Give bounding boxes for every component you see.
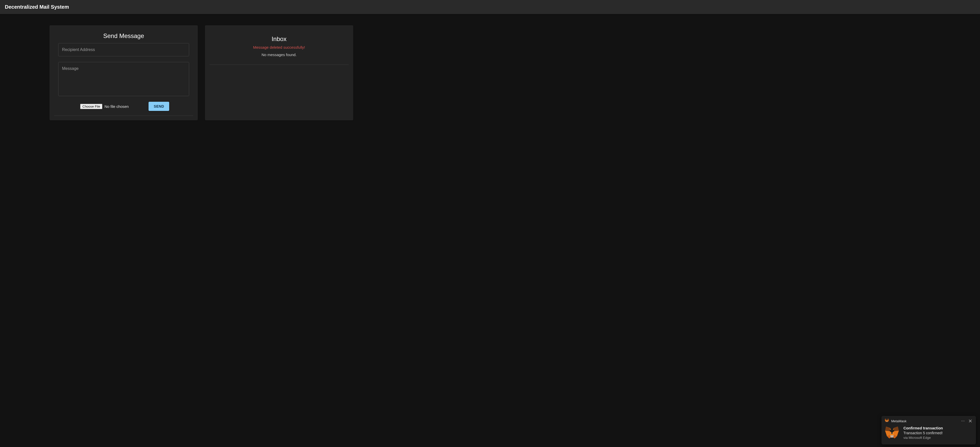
message-textarea[interactable] [59, 62, 189, 95]
inbox-inner: Inbox Message deleted successfully! No m… [210, 30, 348, 65]
app-bar: Decentralized Mail System [0, 0, 980, 14]
svg-marker-15 [894, 426, 899, 431]
toast-text: Confirmed transaction Transaction 5 conf… [904, 426, 943, 440]
send-message-inner: Send Message Choose File No file chosen … [54, 30, 193, 116]
inbox-title: Inbox [216, 35, 342, 43]
svg-marker-3 [887, 419, 889, 420]
svg-marker-7 [886, 421, 887, 422]
inbox-status-message: Message deleted successfully! [216, 45, 342, 49]
svg-marker-2 [885, 419, 886, 420]
send-button[interactable]: SEND [148, 102, 169, 111]
svg-marker-18 [894, 431, 899, 436]
metamask-fox-icon [885, 418, 889, 423]
notification-toast: MetaMask ⋯ Con [881, 416, 976, 444]
toast-app-name: MetaMask [891, 419, 958, 423]
inbox-empty-message: No messages found. [216, 52, 342, 57]
svg-marker-5 [885, 420, 886, 421]
send-message-card: Send Message Choose File No file chosen … [49, 25, 198, 120]
svg-marker-14 [885, 426, 890, 431]
inbox-card: Inbox Message deleted successfully! No m… [205, 25, 353, 120]
send-message-title: Send Message [58, 32, 189, 40]
toast-body: Confirmed transaction Transaction 5 conf… [885, 426, 973, 441]
choose-file-button[interactable]: Choose File [80, 104, 102, 109]
toast-via: via Microsoft Edge [904, 436, 943, 440]
toast-title: Confirmed transaction [904, 426, 943, 430]
message-field-wrap[interactable] [58, 62, 189, 96]
send-actions-row: Choose File No file chosen SEND [58, 102, 189, 111]
svg-marker-17 [885, 431, 890, 436]
close-icon [969, 420, 972, 423]
svg-marker-19 [890, 435, 894, 437]
svg-marker-6 [887, 420, 889, 421]
toast-close-button[interactable] [968, 419, 973, 423]
recipient-input[interactable] [59, 43, 189, 56]
file-picker: Choose File No file chosen [80, 104, 129, 109]
metamask-fox-icon [885, 426, 899, 441]
main-content: Send Message Choose File No file chosen … [0, 14, 980, 120]
toast-detail: Transaction 5 confirmed! [904, 431, 943, 435]
toast-more-button[interactable]: ⋯ [960, 419, 966, 423]
svg-marker-4 [886, 420, 887, 421]
recipient-field-wrap[interactable] [58, 43, 189, 56]
app-title: Decentralized Mail System [5, 4, 69, 10]
toast-header: MetaMask ⋯ [885, 418, 973, 423]
file-status-text: No file chosen [104, 104, 129, 109]
